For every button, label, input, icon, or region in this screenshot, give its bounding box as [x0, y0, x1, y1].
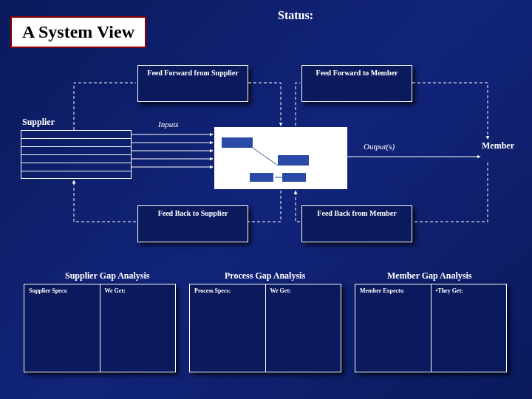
feed-back-supplier-box: Feed Back to Supplier [137, 205, 248, 242]
member-label: Member [482, 140, 514, 151]
feed-forward-supplier-box: Feed Forward from Supplier [137, 65, 248, 102]
supplier-row [21, 130, 132, 138]
process-gap-col2: We Get: [266, 284, 341, 372]
outputs-label: Output(s) [364, 142, 395, 151]
process-step [250, 173, 273, 182]
feed-back-member-box: Feed Back from Member [301, 205, 412, 242]
supplier-stack [21, 130, 132, 179]
supplier-label: Supplier [22, 117, 55, 128]
member-gap-col1: Member Expects: [355, 284, 432, 372]
feed-forward-member-box: Feed Forward to Member [301, 65, 412, 102]
supplier-row [21, 171, 132, 179]
status-label: Status: [278, 9, 313, 22]
process-step [222, 137, 253, 148]
supplier-row [21, 138, 132, 146]
page-title: A System View [10, 16, 146, 48]
member-gap-col2: •They Get: [432, 284, 507, 372]
process-step [278, 155, 309, 166]
process-box [214, 127, 347, 189]
supplier-row [21, 154, 132, 163]
supplier-gap-title: Supplier Gap Analysis [65, 270, 150, 282]
supplier-row [21, 146, 132, 154]
supplier-gap-col1: Supplier Specs: [24, 284, 100, 372]
inputs-label: Inputs [158, 120, 179, 129]
process-gap-col1: Process Specs: [190, 284, 266, 372]
process-gap-title: Process Gap Analysis [225, 270, 305, 282]
member-gap-box: Member Expects: •They Get: [355, 284, 507, 372]
supplier-gap-col2: We Get: [100, 284, 176, 372]
process-gap-box: Process Specs: We Get: [189, 284, 341, 372]
supplier-gap-box: Supplier Specs: We Get: [24, 284, 176, 372]
process-step [282, 173, 306, 182]
member-gap-title: Member Gap Analysis [387, 270, 471, 282]
supplier-row [21, 163, 132, 171]
